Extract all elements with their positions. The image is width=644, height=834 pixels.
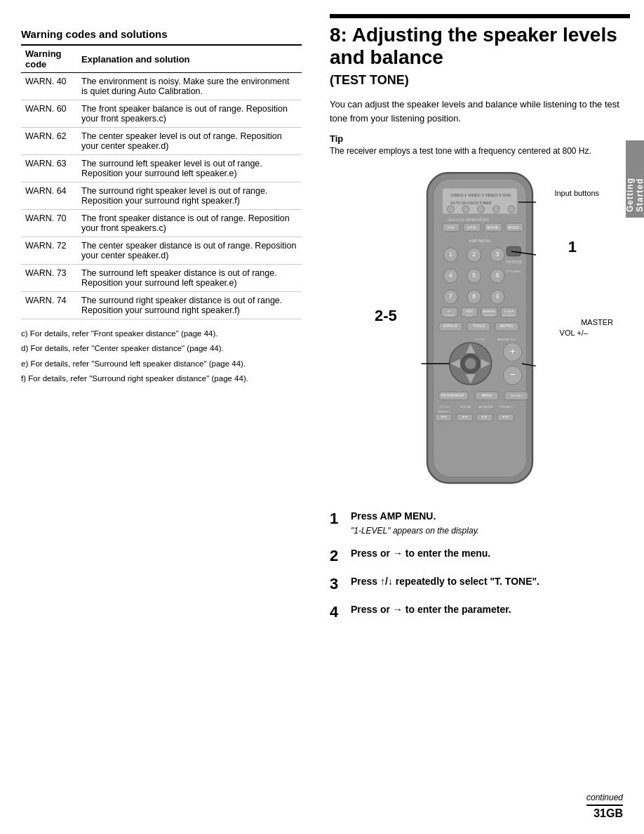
svg-text:6: 6 xyxy=(496,272,499,279)
svg-text:+: + xyxy=(510,346,516,357)
tip-label: Tip xyxy=(330,133,630,144)
step-number: 3 xyxy=(330,575,351,593)
svg-text:2CH: 2CH xyxy=(447,226,454,230)
warning-explanation: The environment is noisy. Make sure the … xyxy=(77,73,302,100)
remote-svg: VIDEO 1 VIDEO 2 VIDEO 3 DVD SA TV SA-CD/… xyxy=(410,167,550,495)
svg-text:MOVIE: MOVIE xyxy=(487,226,499,230)
svg-text:MUSIC: MUSIC xyxy=(508,226,519,230)
svg-text:-/--: -/-- xyxy=(447,309,452,313)
step-number: 4 xyxy=(330,603,351,621)
svg-text:PRESET+: PRESET+ xyxy=(500,405,514,409)
svg-point-7 xyxy=(478,206,485,213)
svg-text:◄◄: ◄◄ xyxy=(462,415,467,418)
svg-text:CLEAR: CLEAR xyxy=(445,315,455,318)
footnote: d) For details, refer "Center speaker di… xyxy=(21,343,302,355)
section-subtitle: (TEST TONE) xyxy=(330,73,630,88)
step-content: Press or → to enter the menu. xyxy=(351,547,630,561)
svg-text:ADVANCE: ADVANCE xyxy=(478,405,492,409)
svg-point-5 xyxy=(447,206,454,213)
svg-text:D/D MENU: D/D MENU xyxy=(502,315,516,318)
step-number: 2 xyxy=(330,547,351,565)
label-2-5: 2-5 xyxy=(375,306,397,326)
svg-text:FM MODE: FM MODE xyxy=(506,260,523,264)
steps: 1Press AMP MENU."1-LEVEL" appears on the… xyxy=(330,510,630,622)
step-instruction: Press ↑/↓ repeatedly to select "T. TONE"… xyxy=(351,575,630,589)
warning-explanation: The surround right speaker distance is o… xyxy=(77,292,302,319)
svg-text:−: − xyxy=(510,369,516,380)
svg-text:D/10: D/10 xyxy=(467,315,473,318)
footnote: e) For details, refer "Surround left spe… xyxy=(21,358,302,370)
svg-text:2CH  A.F.D  MOVIE  MUSIC: 2CH A.F.D MOVIE MUSIC xyxy=(448,218,490,222)
svg-text:MENU: MENU xyxy=(482,393,492,397)
svg-text:PRESET–: PRESET– xyxy=(438,410,452,413)
step-number: 1 xyxy=(330,510,351,528)
right-column: 8: Adjusting the speaker levels and bala… xyxy=(316,0,644,834)
page-number: 31GB xyxy=(593,807,623,819)
svg-text:TOOLS: TOOLS xyxy=(473,324,485,329)
step: 4Press or → to enter the parameter. xyxy=(330,603,630,621)
svg-text:0/10: 0/10 xyxy=(466,309,473,313)
remote-wrapper: VIDEO 1 VIDEO 2 VIDEO 3 DVD SA TV SA-CD/… xyxy=(410,167,550,497)
svg-text:MASTER VOL: MASTER VOL xyxy=(497,338,516,341)
warning-explanation: The surround right speaker level is out … xyxy=(77,183,302,210)
step-content: Press AMP MENU."1-LEVEL" appears on the … xyxy=(351,510,630,537)
footnotes: c) For details, refer "Front speaker dis… xyxy=(21,328,302,385)
svg-text:MUTING: MUTING xyxy=(499,324,514,329)
step-instruction: Press or → to enter the parameter. xyxy=(351,603,630,617)
warning-code: WARN. 72 xyxy=(21,237,77,265)
footnote: f) For details, refer "Surround right sp… xyxy=(21,373,302,385)
svg-point-6 xyxy=(462,206,469,213)
svg-text:►►: ►► xyxy=(482,415,488,418)
svg-text:4: 4 xyxy=(449,272,452,279)
step: 2Press or → to enter the menu. xyxy=(330,547,630,565)
page-footer: continued 31GB xyxy=(586,793,623,820)
tip-text: The receiver employs a test tone with a … xyxy=(330,145,630,157)
svg-text:1: 1 xyxy=(449,251,452,258)
warning-explanation: The front speaker balance is out of rang… xyxy=(77,100,302,128)
label-1: 1 xyxy=(568,237,577,258)
col-header-code: Warning code xyxy=(21,45,77,73)
step-instruction: Press AMP MENU. xyxy=(351,510,630,524)
sidebar-getting-started: Getting Started xyxy=(626,140,644,218)
warning-code: WARN. 74 xyxy=(21,292,77,319)
svg-text:|◄◄: |◄◄ xyxy=(441,415,447,418)
warning-explanation: The center speaker level is out of range… xyxy=(77,128,302,155)
svg-point-68 xyxy=(464,358,476,370)
svg-text:3: 3 xyxy=(496,251,499,258)
svg-text:2: 2 xyxy=(472,251,476,258)
warning-code: WARN. 63 xyxy=(21,155,77,183)
svg-text:D.SKIP: D.SKIP xyxy=(504,310,514,313)
svg-text:A.F.D: A.F.D xyxy=(467,226,476,230)
step-content: Press or → to enter the parameter. xyxy=(351,603,630,617)
section-description: You can adjust the speaker levels and ba… xyxy=(330,98,630,125)
warning-explanation: The surround left speaker level is out o… xyxy=(77,155,302,183)
section-bar xyxy=(330,14,630,18)
svg-text:DISPLAY: DISPLAY xyxy=(443,324,458,329)
svg-text:8: 8 xyxy=(472,293,476,300)
remote-area: VIDEO 1 VIDEO 2 VIDEO 3 DVD SA TV SA-CD/… xyxy=(330,167,630,497)
col-header-explanation: Explanation and solution xyxy=(77,45,302,73)
page-container: Warning codes and solutions Warning code… xyxy=(0,0,644,834)
svg-text:ENTER: ENTER xyxy=(484,315,494,318)
svg-text:TV CH+: TV CH+ xyxy=(511,394,521,397)
footnote: c) For details, refer "Front speaker dis… xyxy=(21,328,302,340)
svg-text:TV CH–: TV CH– xyxy=(440,405,450,409)
svg-text:AMP MENU: AMP MENU xyxy=(469,239,490,243)
svg-text:REPLAY: REPLAY xyxy=(460,405,471,409)
svg-text:D.TUNING: D.TUNING xyxy=(507,270,521,273)
svg-text:5: 5 xyxy=(472,272,476,279)
step: 1Press AMP MENU."1-LEVEL" appears on the… xyxy=(330,510,630,537)
warning-code: WARN. 40 xyxy=(21,73,77,100)
svg-text:►►|: ►►| xyxy=(502,415,509,418)
section-title: 8: Adjusting the speaker levels and bala… xyxy=(330,24,630,69)
step: 3Press ↑/↓ repeatedly to select "T. TONE… xyxy=(330,575,630,593)
warning-code: WARN. 62 xyxy=(21,128,77,155)
svg-text:TV VOL: TV VOL xyxy=(475,338,485,341)
label-input-buttons: Input buttons xyxy=(554,188,599,198)
warning-explanation: The center speaker distance is out of ra… xyxy=(77,237,302,265)
left-column: Warning codes and solutions Warning code… xyxy=(0,0,316,834)
svg-text:SA  TV  SA-CD/CD  TUNER: SA TV SA-CD/CD TUNER xyxy=(450,201,491,206)
warning-explanation: The front speaker distance is out of ran… xyxy=(77,210,302,237)
warning-code: WARN. 70 xyxy=(21,210,77,237)
warning-code: WARN. 64 xyxy=(21,183,77,210)
